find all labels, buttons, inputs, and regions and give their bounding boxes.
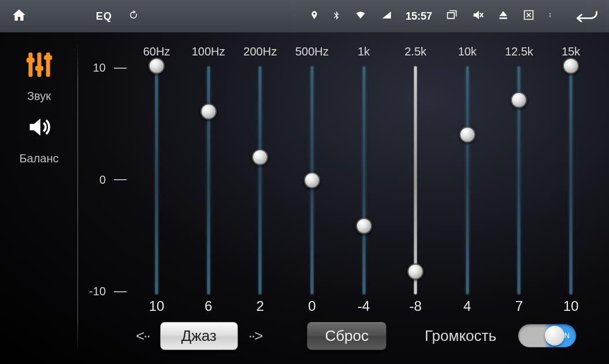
equalizer-icon[interactable]: [23, 49, 55, 84]
eq-band: 100Hz6: [188, 45, 229, 315]
svg-rect-3: [28, 53, 32, 77]
eq-band: 10k4: [447, 45, 488, 315]
band-slider-thumb[interactable]: [356, 218, 372, 234]
reset-button[interactable]: Сброс: [307, 322, 387, 350]
sidebar-tab-sound[interactable]: Звук: [27, 90, 51, 103]
eq-band: 60Hz10: [136, 45, 177, 315]
band-freq-label: 12.5k: [505, 45, 533, 61]
band-slider[interactable]: [550, 66, 592, 295]
band-freq-label: 100Hz: [192, 45, 225, 61]
signal-icon: [380, 10, 393, 23]
band-slider-thumb[interactable]: [459, 127, 476, 143]
band-value: 10: [563, 298, 579, 315]
status-bar-right: 15:57: [310, 8, 599, 25]
eq-band: 15k10: [550, 45, 592, 315]
status-bar: EQ 15:57: [0, 0, 609, 32]
svg-point-2: [549, 16, 551, 17]
scale-max: 10: [93, 61, 106, 75]
band-slider[interactable]: [343, 66, 385, 295]
band-freq-label: 10k: [458, 45, 477, 61]
eq-band: 1k-4: [343, 45, 385, 315]
eject-icon[interactable]: [497, 9, 510, 24]
band-value: 0: [308, 298, 315, 315]
eq-bands: 60Hz10100Hz6200Hz2500Hz01k-42.5k-810k412…: [136, 45, 592, 315]
preset-next-button[interactable]: ∙∙>: [248, 327, 262, 345]
band-slider-thumb[interactable]: [511, 92, 527, 108]
band-value: 2: [257, 298, 264, 315]
band-slider[interactable]: [136, 66, 177, 295]
preset-button[interactable]: Джаз: [160, 322, 238, 350]
toggle-knob: [545, 326, 565, 346]
band-freq-label: 2.5k: [404, 45, 426, 61]
band-slider[interactable]: [291, 66, 333, 295]
more-icon[interactable]: [548, 9, 552, 24]
svg-rect-8: [44, 55, 52, 60]
wifi-icon: [354, 10, 367, 23]
band-value: -8: [409, 298, 421, 315]
bluetooth-icon: [332, 9, 341, 24]
band-slider-thumb[interactable]: [200, 103, 217, 120]
eq-controls: <∙∙ Джаз ∙∙> Сброс Громкость ON: [84, 315, 592, 356]
back-icon[interactable]: [573, 8, 599, 25]
volume-label: Громкость: [425, 327, 496, 345]
band-slider-thumb[interactable]: [148, 58, 165, 74]
scale-min: -10: [89, 285, 106, 298]
eq-panel: 10 0 -10 60Hz10100Hz6200Hz2500Hz01k-42.5…: [78, 32, 609, 364]
mute-icon[interactable]: [471, 9, 484, 24]
eq-band: 500Hz0: [291, 45, 333, 315]
eq-scale: 10 0 -10: [84, 45, 136, 315]
band-slider[interactable]: [498, 66, 540, 295]
band-value: 10: [149, 298, 165, 315]
home-icon[interactable]: [10, 8, 28, 25]
windows-icon[interactable]: [445, 9, 459, 24]
band-freq-label: 500Hz: [295, 45, 329, 61]
preset-prev-button[interactable]: <∙∙: [136, 327, 150, 345]
svg-rect-5: [37, 53, 41, 77]
band-value: 7: [515, 298, 523, 315]
eq-band: 12.5k7: [498, 45, 540, 315]
band-slider[interactable]: [239, 66, 281, 295]
eq-band: 200Hz2: [239, 45, 281, 315]
band-value: 6: [205, 298, 212, 315]
clock-text: 15:57: [406, 10, 432, 23]
band-slider[interactable]: [188, 66, 229, 295]
band-slider[interactable]: [395, 66, 436, 295]
eq-band: 2.5k-8: [395, 45, 436, 315]
band-freq-label: 200Hz: [243, 45, 277, 61]
band-freq-label: 1k: [358, 45, 370, 61]
svg-point-1: [549, 14, 551, 16]
band-slider-thumb[interactable]: [304, 172, 320, 188]
band-value: -4: [358, 298, 370, 315]
band-slider[interactable]: [447, 66, 488, 295]
svg-rect-6: [35, 66, 43, 70]
sidebar: Звук Баланс: [0, 32, 78, 364]
band-slider-thumb[interactable]: [252, 149, 268, 165]
svg-point-0: [549, 13, 551, 14]
screen-title: EQ: [96, 10, 112, 23]
loop-icon[interactable]: [128, 9, 139, 24]
svg-rect-4: [26, 58, 34, 62]
scale-mid: 0: [99, 173, 106, 187]
sidebar-tab-balance[interactable]: Баланс: [19, 152, 58, 165]
volume-toggle[interactable]: ON: [518, 324, 576, 347]
speaker-icon[interactable]: [24, 114, 54, 143]
close-window-icon[interactable]: [522, 9, 535, 24]
band-value: 4: [463, 298, 471, 315]
band-slider-thumb[interactable]: [407, 263, 424, 280]
band-slider-thumb[interactable]: [563, 58, 579, 74]
location-icon: [310, 9, 319, 24]
